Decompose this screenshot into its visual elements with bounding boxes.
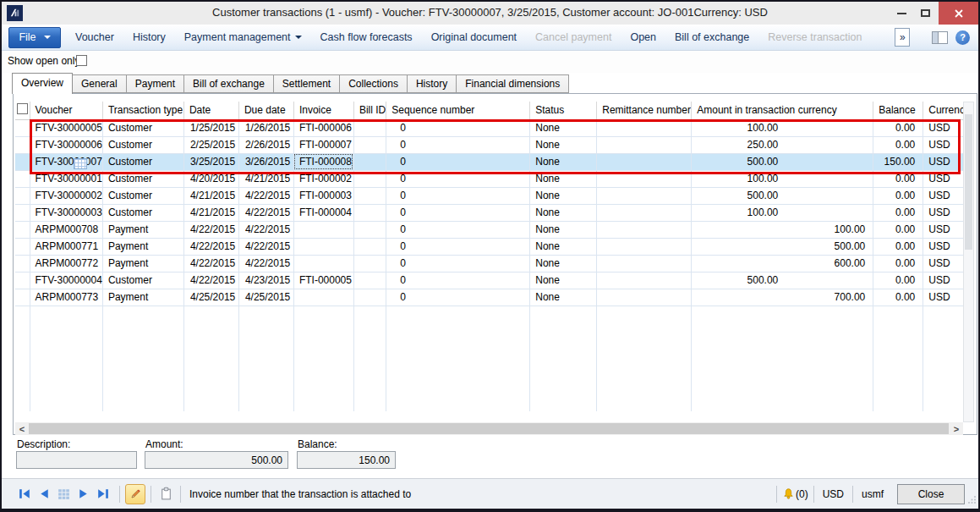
table-row[interactable]: FTV-30000007Customer3/25/20153/26/2015FT… <box>15 153 970 170</box>
cell-amount[interactable]: 100.00 <box>692 119 873 136</box>
cell-type[interactable]: Customer <box>102 187 183 204</box>
row-selector-cell[interactable] <box>15 289 30 306</box>
cell-remittance[interactable] <box>597 187 692 204</box>
cell-balance[interactable]: 0.00 <box>873 289 923 306</box>
menu-item-payment-management[interactable]: Payment management <box>175 31 311 43</box>
row-selector-cell[interactable] <box>15 153 30 170</box>
cell-remittance[interactable] <box>597 255 692 272</box>
cell-balance[interactable]: 0.00 <box>873 255 923 272</box>
cell-status[interactable]: None <box>530 170 597 187</box>
menu-item-original-document[interactable]: Original document <box>422 31 526 43</box>
row-selector-cell[interactable] <box>15 255 30 272</box>
edit-record-button[interactable] <box>125 484 145 504</box>
cell-sequence[interactable]: 0 <box>386 136 530 153</box>
cell-invoice[interactable] <box>293 238 353 255</box>
cell-voucher[interactable]: FTV-30000003 <box>30 204 102 221</box>
cell-date[interactable]: 4/22/2015 <box>183 238 238 255</box>
cell-type[interactable]: Payment <box>102 289 183 306</box>
cell-bill-id[interactable] <box>353 272 386 289</box>
cell-invoice[interactable] <box>293 289 353 306</box>
tab-general[interactable]: General <box>73 74 127 93</box>
table-row[interactable]: FTV-30000005Customer1/25/20151/26/2015FT… <box>15 119 970 136</box>
cell-sequence[interactable]: 0 <box>386 187 530 204</box>
cell-bill-id[interactable] <box>353 221 386 238</box>
cell-balance[interactable]: 0.00 <box>873 119 923 136</box>
attach-document-button[interactable] <box>156 485 175 504</box>
table-row[interactable]: ARPM000772Payment4/22/20154/22/20150None… <box>15 255 970 272</box>
cell-sequence[interactable]: 0 <box>386 238 530 255</box>
cell-status[interactable]: None <box>530 289 597 306</box>
notifications-indicator[interactable]: (0) <box>782 487 808 500</box>
cell-voucher[interactable]: FTV-30000001 <box>30 170 102 187</box>
menu-item-history[interactable]: History <box>123 31 175 43</box>
row-selector-cell[interactable] <box>15 221 30 238</box>
row-selector-cell[interactable] <box>15 170 30 187</box>
cell-type[interactable]: Payment <box>102 255 183 272</box>
row-selector-cell[interactable] <box>15 238 30 255</box>
cell-status[interactable]: None <box>530 119 597 136</box>
column-header-remittance-number[interactable]: Remittance number <box>597 102 692 119</box>
close-button[interactable]: Close <box>897 484 965 504</box>
tab-payment[interactable]: Payment <box>127 74 184 93</box>
cell-invoice[interactable]: FTI-000004 <box>293 204 353 221</box>
cell-type[interactable]: Payment <box>102 221 183 238</box>
column-header-sequence-number[interactable]: Sequence number <box>386 102 530 119</box>
cell-amount[interactable]: 500.00 <box>692 187 873 204</box>
column-header-invoice[interactable]: Invoice <box>293 102 353 119</box>
cell-sequence[interactable]: 0 <box>386 272 530 289</box>
amount-field[interactable]: 500.00 <box>145 451 288 469</box>
horizontal-scrollbar[interactable]: < > <box>15 422 963 435</box>
cell-sequence[interactable]: 0 <box>386 204 530 221</box>
cell-bill-id[interactable] <box>353 153 386 170</box>
menu-item-open[interactable]: Open <box>621 31 665 43</box>
cell-balance[interactable]: 0.00 <box>873 238 923 255</box>
cell-date[interactable]: 2/25/2015 <box>183 136 238 153</box>
cell-amount[interactable]: 250.00 <box>692 136 873 153</box>
cell-remittance[interactable] <box>597 238 692 255</box>
vertical-scrollbar[interactable] <box>963 102 974 422</box>
menu-item-cash-flow-forecasts[interactable]: Cash flow forecasts <box>311 31 422 43</box>
column-header-date[interactable]: Date <box>183 102 238 119</box>
previous-record-button[interactable] <box>36 486 52 502</box>
cell-date[interactable]: 4/21/2015 <box>183 187 238 204</box>
cell-type[interactable]: Payment <box>102 238 183 255</box>
cell-due-date[interactable]: 4/22/2015 <box>238 238 293 255</box>
cell-due-date[interactable]: 4/25/2015 <box>238 289 293 306</box>
cell-amount[interactable]: 500.00 <box>692 272 873 289</box>
cell-amount[interactable]: 600.00 <box>692 255 873 272</box>
column-header-amount-in-transaction-currency[interactable]: Amount in transaction currency <box>692 102 873 119</box>
cell-type[interactable]: Customer <box>102 119 183 136</box>
grid-view-button[interactable] <box>56 486 72 502</box>
cell-balance[interactable]: 0.00 <box>873 170 923 187</box>
show-open-only-checkbox[interactable] <box>76 55 87 66</box>
cell-voucher[interactable]: FTV-30000005 <box>30 119 102 136</box>
cell-bill-id[interactable] <box>353 170 386 187</box>
cell-bill-id[interactable] <box>353 136 386 153</box>
cell-due-date[interactable]: 2/26/2015 <box>238 136 293 153</box>
minimize-button[interactable] <box>889 2 914 25</box>
cell-balance[interactable]: 0.00 <box>873 204 923 221</box>
cell-date[interactable]: 1/25/2015 <box>183 119 238 136</box>
cell-amount[interactable]: 100.00 <box>692 204 873 221</box>
cell-invoice[interactable]: FTI-000003 <box>293 187 353 204</box>
layout-pane-icon[interactable] <box>932 31 948 44</box>
cell-invoice[interactable] <box>293 255 353 272</box>
cell-date[interactable]: 4/20/2015 <box>183 170 238 187</box>
cell-due-date[interactable]: 4/22/2015 <box>238 255 293 272</box>
cell-amount[interactable]: 700.00 <box>692 289 873 306</box>
cell-remittance[interactable] <box>597 170 692 187</box>
table-row[interactable]: FTV-30000004Customer4/22/20154/23/2015FT… <box>15 272 970 289</box>
maximize-button[interactable] <box>912 2 938 25</box>
cell-sequence[interactable]: 0 <box>386 170 530 187</box>
cell-bill-id[interactable] <box>353 119 386 136</box>
row-selector-cell[interactable] <box>15 187 30 204</box>
scroll-right-arrow[interactable]: > <box>950 422 963 435</box>
cell-type[interactable]: Customer <box>102 272 183 289</box>
cell-amount[interactable]: 500.00 <box>692 153 873 170</box>
cell-balance[interactable]: 150.00 <box>873 153 923 170</box>
cell-type[interactable]: Customer <box>102 170 183 187</box>
last-record-button[interactable] <box>95 486 111 502</box>
cell-date[interactable]: 4/21/2015 <box>183 204 238 221</box>
tab-bill-of-exchange[interactable]: Bill of exchange <box>184 74 274 93</box>
cell-voucher[interactable]: FTV-30000004 <box>30 272 102 289</box>
